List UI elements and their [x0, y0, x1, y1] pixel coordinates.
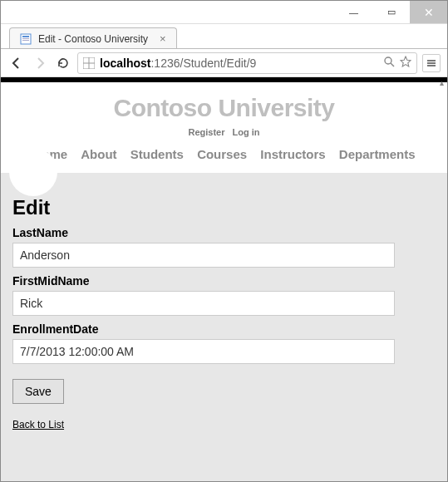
- firstmidname-input[interactable]: [12, 291, 395, 316]
- main-nav: Home About Students Courses Instructors …: [1, 147, 447, 168]
- back-to-list-link[interactable]: Back to List: [12, 419, 64, 430]
- nav-departments[interactable]: Departments: [339, 147, 416, 161]
- arrow-right-icon: [33, 57, 47, 70]
- window-close-button[interactable]: ✕: [410, 1, 447, 23]
- scroll-up-icon[interactable]: ▴: [437, 77, 446, 87]
- lastname-label: LastName: [12, 226, 436, 239]
- reload-button[interactable]: [54, 54, 72, 72]
- browser-window: — ▭ ✕ Edit - Contoso University × localh…: [0, 0, 448, 482]
- svg-line-8: [391, 63, 394, 66]
- nav-about[interactable]: About: [81, 147, 116, 161]
- form-area: Edit LastName FirstMidName EnrollmentDat…: [1, 173, 447, 481]
- tab-title: Edit - Contoso University: [38, 33, 148, 45]
- nav-instructors[interactable]: Instructors: [260, 147, 325, 161]
- arrow-left-icon: [10, 57, 23, 70]
- masthead: Contoso University Register Log in Home …: [1, 82, 447, 173]
- register-link[interactable]: Register: [188, 127, 224, 137]
- window-maximize-button[interactable]: ▭: [372, 1, 410, 23]
- favicon-icon: [20, 33, 32, 45]
- nav-courses[interactable]: Courses: [197, 147, 247, 161]
- window-titlebar: — ▭ ✕: [1, 1, 447, 24]
- tab-close-icon[interactable]: ×: [160, 32, 166, 45]
- login-link[interactable]: Log in: [233, 127, 260, 137]
- svg-rect-1: [22, 36, 29, 37]
- hamburger-icon: [426, 57, 437, 69]
- page-viewport[interactable]: ▴ ▾ Contoso University Register Log in H…: [1, 77, 447, 481]
- browser-menu-button[interactable]: [422, 54, 441, 72]
- site-title: Contoso University: [1, 94, 447, 122]
- search-icon[interactable]: [383, 56, 395, 70]
- window-minimize-button[interactable]: —: [335, 1, 372, 23]
- save-button[interactable]: Save: [12, 379, 64, 404]
- page-heading: Edit: [12, 196, 436, 219]
- reload-icon: [57, 57, 70, 70]
- nav-students[interactable]: Students: [130, 147, 184, 161]
- address-url: localhost:1236/Student/Edit/9: [100, 57, 256, 70]
- address-bar[interactable]: localhost:1236/Student/Edit/9: [77, 52, 417, 74]
- back-button[interactable]: [7, 54, 26, 72]
- close-icon: ✕: [424, 6, 434, 19]
- decorative-notch: [9, 148, 57, 196]
- globe-icon: [83, 57, 95, 69]
- enrollmentdate-input[interactable]: [12, 339, 395, 364]
- browser-toolbar: localhost:1236/Student/Edit/9: [1, 49, 447, 77]
- svg-point-7: [385, 57, 391, 64]
- lastname-input[interactable]: [12, 243, 395, 268]
- firstmidname-label: FirstMidName: [12, 274, 436, 288]
- maximize-icon: ▭: [387, 7, 396, 17]
- enrollmentdate-label: EnrollmentDate: [12, 322, 436, 336]
- star-icon[interactable]: [400, 56, 411, 70]
- minimize-icon: —: [349, 7, 358, 17]
- page-content: Contoso University Register Log in Home …: [1, 82, 447, 481]
- forward-button[interactable]: [31, 54, 49, 72]
- svg-rect-3: [22, 40, 29, 41]
- auth-links: Register Log in: [1, 127, 447, 137]
- svg-rect-2: [22, 38, 29, 39]
- browser-tab[interactable]: Edit - Contoso University ×: [9, 27, 177, 49]
- tab-strip: Edit - Contoso University ×: [1, 24, 447, 49]
